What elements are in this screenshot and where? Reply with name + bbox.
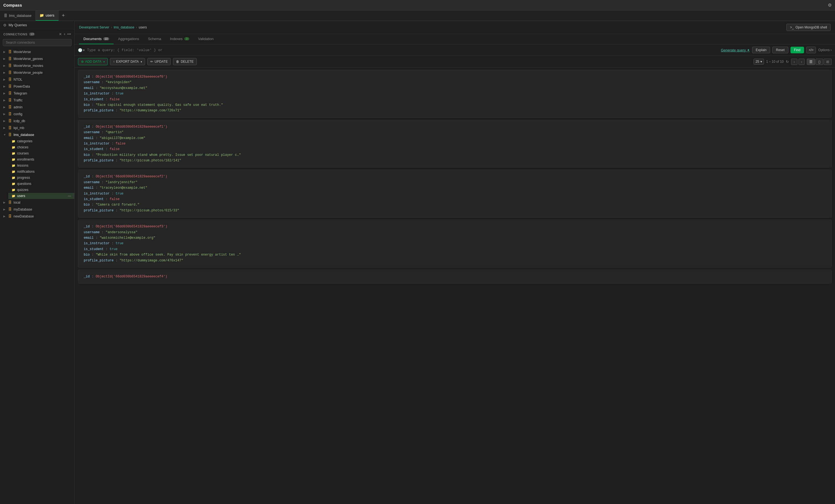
- db-icon: 🗄: [8, 200, 12, 204]
- sidebar-item-traffic[interactable]: ▶ 🗄 Traffic: [0, 97, 74, 104]
- doc-field-id: _id : ObjectId('66dd030b6541829aeeeecef2…: [84, 174, 826, 179]
- sidebar-item-powerdata[interactable]: ▶ 🗄 PowerData: [0, 83, 74, 90]
- expand-arrow-icon: ▶: [3, 85, 7, 88]
- sidebar-item-ntol[interactable]: ▶ 🗄 NTOL: [0, 76, 74, 83]
- content-area: Development Server › lms_database › user…: [75, 21, 835, 504]
- collection-icon: 📁: [12, 158, 16, 161]
- json-view-button[interactable]: {}: [816, 59, 823, 65]
- db-icon: 🗄: [8, 126, 12, 130]
- next-page-button[interactable]: ›: [798, 59, 805, 65]
- tab-validation[interactable]: Validation: [194, 34, 218, 44]
- clock-icon: 🕐: [78, 48, 82, 52]
- tab-lms-database-label: lms_database: [9, 14, 32, 18]
- db-icon: 🗄: [8, 112, 12, 116]
- open-mongodb-shell-button[interactable]: >_ Open MongoDB shell: [786, 24, 831, 31]
- generate-query-link[interactable]: Generate query ✦: [721, 48, 750, 52]
- tabbar: 🗄 lms_database 📁 users +: [0, 11, 835, 21]
- list-view-button[interactable]: ☰: [807, 59, 815, 65]
- expand-arrow-icon: ▶: [3, 126, 7, 129]
- breadcrumb-sep-2: ›: [136, 25, 137, 29]
- doc-field-email: email : "mccoyshaun@example.net": [84, 85, 826, 91]
- add-tab-button[interactable]: +: [59, 13, 68, 19]
- breadcrumb-database[interactable]: lms_database: [114, 25, 134, 29]
- export-data-button[interactable]: ↑ EXPORT DATA ▾: [110, 58, 145, 65]
- sidebar-item-progress[interactable]: 📁 progress: [8, 175, 74, 181]
- breadcrumb-collection: users: [139, 25, 147, 29]
- sidebar-item-enrollments[interactable]: 📁 enrollments: [8, 156, 74, 162]
- find-button[interactable]: Find: [791, 47, 804, 53]
- add-icon: ⊕: [81, 60, 84, 64]
- settings-icon[interactable]: ⚙: [828, 2, 832, 8]
- db-icon: 🗄: [8, 98, 12, 102]
- sidebar-item-notifications[interactable]: 📁 notifications: [8, 168, 74, 175]
- tab-indexes[interactable]: Indexes 3: [165, 34, 194, 44]
- sidebar-item-newdatabase[interactable]: ▶ 🗄 newDatabase: [0, 213, 74, 220]
- update-button[interactable]: ✏ UPDATE: [147, 58, 171, 65]
- doc-field-bio: bio : "Camera card forward.": [84, 202, 826, 207]
- doc-field-profile-picture: profile_picture : "https://picsum.photos…: [84, 208, 826, 213]
- tab-aggregations[interactable]: Aggregations: [114, 34, 144, 44]
- add-connection-icon[interactable]: +: [64, 32, 66, 36]
- document-card-3: _id : ObjectId('66dd030b6541829aeeeecef3…: [78, 220, 832, 267]
- per-page-value: 25: [755, 60, 759, 64]
- tab-users[interactable]: 📁 users: [36, 11, 59, 21]
- sidebar-item-lms-database[interactable]: ▼ 🗄 lms_database: [0, 131, 74, 138]
- collection-label: courses: [17, 152, 29, 155]
- sidebar-item-movieverse[interactable]: ▶ 🗄 MovieVerse: [0, 48, 74, 55]
- options-label: Options ›: [818, 48, 832, 52]
- sidebar-item-movieverse-movies[interactable]: ▶ 🗄 MovieVerse_movies: [0, 62, 74, 69]
- sidebar-item-mydatabase[interactable]: ▶ 🗄 myDatabase: [0, 206, 74, 213]
- sidebar-actions: ✕ + •••: [59, 32, 71, 36]
- my-queries-item[interactable]: ⊙ My Queries: [0, 21, 74, 29]
- tab-schema[interactable]: Schema: [144, 34, 166, 44]
- explain-button[interactable]: Explain: [752, 47, 770, 53]
- conn-label: icdp_db: [14, 119, 25, 123]
- sidebar-item-local[interactable]: ▶ 🗄 local: [0, 199, 74, 206]
- refresh-button[interactable]: ↻: [786, 60, 789, 64]
- sidebar-item-questions[interactable]: 📁 questions: [8, 181, 74, 187]
- db-icon: 🗄: [8, 64, 12, 68]
- tab-documents[interactable]: Documents 10: [79, 34, 114, 44]
- db-icon: 🗄: [8, 207, 12, 211]
- breadcrumb-server[interactable]: Development Server: [79, 25, 109, 29]
- query-input[interactable]: [87, 48, 719, 52]
- sidebar-item-movieverse-genres[interactable]: ▶ 🗄 MovieVerse_genres: [0, 55, 74, 62]
- sidebar-item-categories[interactable]: 📁 categories: [8, 138, 74, 144]
- tab-lms-database[interactable]: 🗄 lms_database: [0, 11, 36, 21]
- sidebar-item-lessons[interactable]: 📁 lessons: [8, 162, 74, 168]
- collection-actions[interactable]: •••: [68, 194, 71, 198]
- sidebar-item-admin[interactable]: ▶ 🗄 admin: [0, 104, 74, 110]
- prev-page-button[interactable]: ‹: [791, 59, 797, 65]
- per-page-selector[interactable]: 25 ▾: [753, 59, 764, 65]
- sidebar-item-kpi-mb[interactable]: ▶ 🗄 kpi_mb: [0, 124, 74, 131]
- sidebar-item-config[interactable]: ▶ 🗄 config: [0, 110, 74, 117]
- document-tabs: Documents 10 Aggregations Schema Indexes…: [75, 34, 835, 44]
- sidebar-item-icdp-db[interactable]: ▶ 🗄 icdp_db: [0, 117, 74, 124]
- export-data-dropdown-arrow: ▾: [141, 60, 142, 63]
- more-connections-icon[interactable]: •••: [67, 32, 71, 36]
- code-view-button[interactable]: </>: [806, 47, 816, 53]
- conn-label: newDatabase: [14, 215, 34, 218]
- sidebar-item-users[interactable]: 📁 users •••: [8, 193, 74, 199]
- search-connections-input[interactable]: [3, 39, 72, 46]
- table-view-button[interactable]: ⊞: [824, 59, 832, 65]
- sidebar-item-courses[interactable]: 📁 courses: [8, 150, 74, 156]
- add-data-button[interactable]: ⊕ ADD DATA ▾: [78, 58, 108, 65]
- options-button[interactable]: Options ›: [818, 48, 832, 52]
- expand-arrow-icon: ▶: [3, 105, 7, 108]
- close-connections-icon[interactable]: ✕: [59, 32, 62, 36]
- conn-label: PowerData: [14, 84, 30, 88]
- sidebar-item-telegram[interactable]: ▶ 🗄 Telegram: [0, 90, 74, 97]
- conn-label: MovieVerse: [14, 50, 31, 54]
- sidebar-item-movieverse-people[interactable]: ▶ 🗄 MovieVerse_people: [0, 69, 74, 76]
- doc-field-bio: bio : "While skin from above office seek…: [84, 252, 826, 258]
- query-history-button[interactable]: 🕐 ▾: [78, 48, 85, 52]
- sidebar-item-quizzes[interactable]: 📁 quizzes: [8, 187, 74, 193]
- sidebar-item-choices[interactable]: 📁 choices: [8, 144, 74, 150]
- my-queries-icon: ⊙: [3, 23, 6, 27]
- delete-button[interactable]: 🗑 DELETE: [173, 58, 197, 65]
- db-tab-icon: 🗄: [4, 14, 7, 18]
- collection-label: enrollments: [17, 158, 34, 161]
- reset-button[interactable]: Reset: [772, 47, 788, 53]
- db-icon: 🗄: [8, 214, 12, 218]
